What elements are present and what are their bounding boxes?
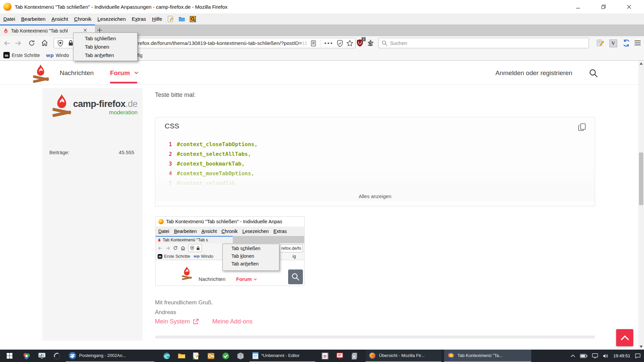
taskbar-dark-circle-app-icon[interactable] (51, 350, 62, 362)
new-tab-button[interactable] (97, 27, 102, 33)
copy-code-icon[interactable] (578, 123, 587, 131)
hamburger-menu-icon[interactable] (634, 40, 641, 46)
link-meine-addons[interactable]: Meine Add-ons (212, 318, 253, 325)
tray-display-icon[interactable] (592, 353, 598, 358)
screen: Tab Kontextmenü "Tab schließen" - Indivi… (0, 0, 644, 362)
taskbar-notepad-window[interactable]: *Unbenannt - Editor (250, 350, 315, 362)
search-config-icon[interactable] (190, 16, 196, 22)
taskbar-red-monitor-icon[interactable] (334, 350, 345, 362)
thumb-tabstrip: Tab Kontextmenü "Tab s (156, 236, 304, 243)
close-button[interactable] (621, 0, 637, 13)
taskbar-window-label: *Unbenannt - Editor (261, 353, 300, 358)
taskbar-antivirus-check-icon[interactable] (220, 350, 231, 362)
scrollbar-thumb[interactable] (639, 153, 643, 205)
taskbar-explorer-folder-icon[interactable] (176, 350, 187, 362)
sync-icon[interactable] (623, 39, 630, 47)
forum-active-underline (110, 82, 137, 83)
bookmark-config[interactable]: fig (138, 53, 143, 58)
home-icon[interactable] (41, 39, 48, 47)
notes-pencil-icon[interactable] (596, 39, 604, 47)
menu-chronik[interactable]: Chronik (74, 16, 92, 22)
folder-icon[interactable] (178, 16, 185, 22)
menu-bearbeiten[interactable]: Bearbeiten (21, 16, 46, 22)
thumb-url-text: refox.de/fo (280, 244, 303, 252)
thumb-menu-bearbeiten: Bearbeiten (174, 229, 197, 234)
moderation-label: moderation (73, 109, 138, 116)
taskbar-thunderbird-window[interactable]: Posteingang - 2002An... (66, 350, 154, 362)
scrollbar-down-arrow[interactable] (640, 346, 643, 348)
reader-view-icon[interactable] (311, 40, 316, 47)
taskbar-firefox-window-2[interactable]: Tab Kontextmenü "Ta... (444, 350, 531, 362)
forward-icon[interactable] (14, 40, 22, 47)
page-scrollbar[interactable] (638, 61, 644, 350)
shield-check-icon[interactable] (337, 40, 343, 47)
menu-datei[interactable]: Datei (3, 16, 15, 22)
taskbar-edge-icon[interactable] (161, 350, 172, 362)
menu-ansicht[interactable]: Ansicht (52, 16, 68, 22)
context-item-tab-schliessen[interactable]: Tab schließen (73, 34, 137, 43)
taskbar-paint-app-icon[interactable] (21, 350, 32, 362)
show-all-button[interactable]: Alles anzeigen (155, 191, 595, 201)
taskbar-firefox-window-1[interactable]: Übersicht - Mozilla Fir... (366, 350, 441, 362)
action-center-icon[interactable] (635, 353, 641, 359)
urlbar-divider (320, 40, 320, 47)
bookmark-erste-schritte[interactable]: m Erste Schritte (3, 52, 40, 58)
taskbar-gray-stack-icon[interactable] (349, 350, 360, 362)
context-item-tab-klonen[interactable]: Tab klonen (73, 43, 137, 51)
restore-button[interactable] (596, 0, 611, 13)
tracking-shield-icon[interactable] (57, 40, 63, 47)
page-actions-icon[interactable] (324, 42, 332, 44)
start-button[interactable] (3, 350, 16, 362)
tray-battery-icon[interactable] (580, 354, 587, 358)
site-nav-forum[interactable]: Forum (110, 69, 130, 77)
site-search-icon[interactable] (589, 69, 598, 78)
login-link[interactable]: Anmelden oder registrieren (495, 69, 572, 77)
back-icon[interactable] (3, 40, 11, 47)
external-link-icon (193, 318, 199, 325)
thumb-title: Tab Kontextmenü "Tab schließen" - Indivi… (166, 219, 282, 224)
firefox-app-icon (3, 3, 11, 11)
taskbar-notes-app-icon[interactable] (191, 350, 202, 362)
campfire-logo[interactable] (33, 64, 50, 83)
context-item-tab-anheften[interactable]: Tab anheften (73, 51, 137, 59)
download-arrow-icon[interactable] (367, 39, 374, 47)
taskbar-d-app-icon[interactable]: D (319, 350, 331, 362)
link-mein-system[interactable]: Mein System (155, 318, 199, 325)
bookmark-windows[interactable]: wp Windo (46, 53, 69, 58)
signature-greeting: Mit freundlichem Gruß. (155, 299, 213, 306)
taskbar-keepass-icon[interactable] (205, 350, 217, 362)
tab-close-icon[interactable] (83, 28, 88, 33)
thunderbird-icon (68, 352, 76, 360)
taskbar-clock[interactable]: 19:49:51 (613, 353, 630, 358)
bookmark-star-icon[interactable] (346, 40, 353, 47)
stats-value: 45.555 (119, 149, 134, 155)
reload-icon[interactable] (28, 40, 35, 47)
site-nav-nachrichten[interactable]: Nachrichten (60, 69, 94, 77)
post-image-thumbnail[interactable]: Tab Kontextmenü "Tab schließen" - Indivi… (155, 216, 305, 286)
firefox-fox-icon (368, 352, 376, 360)
scrollbar-up-arrow[interactable] (640, 62, 643, 65)
thumb-zoom-button[interactable] (288, 269, 303, 284)
menu-lesezeichen[interactable]: Lesezeichen (98, 16, 126, 22)
page-viewport: Nachrichten Forum Anmelden oder registri… (0, 61, 644, 350)
site-header: Nachrichten Forum Anmelden oder registri… (0, 61, 638, 85)
v-extension-icon[interactable]: V (609, 40, 617, 47)
tray-chevron-icon[interactable] (571, 354, 575, 357)
menu-extras[interactable]: Extras (132, 16, 146, 22)
thumb-mastodon-icon: m (158, 254, 162, 259)
forum-caret-icon (134, 71, 139, 74)
code-fade-overlay (156, 168, 594, 191)
scroll-to-top-button[interactable] (616, 329, 633, 346)
taskbar-monitor-chart-icon[interactable] (36, 350, 48, 362)
ublock-icon[interactable]: 1 (357, 39, 363, 47)
taskbar-gray-box-icon[interactable] (235, 350, 246, 362)
minimize-button[interactable] (570, 0, 586, 13)
signature-name: Andreas (155, 309, 176, 316)
tray-speaker-icon[interactable] (603, 354, 608, 358)
menu-hilfe[interactable]: Hilfe (152, 16, 162, 22)
next-section-divider (155, 336, 595, 339)
thumb-menu-lesezeichen: Lesezeichen (243, 229, 269, 234)
notes-icon[interactable] (167, 16, 174, 22)
stats-label: Beiträge: (49, 149, 69, 155)
search-bar[interactable]: Suchen (378, 38, 589, 48)
